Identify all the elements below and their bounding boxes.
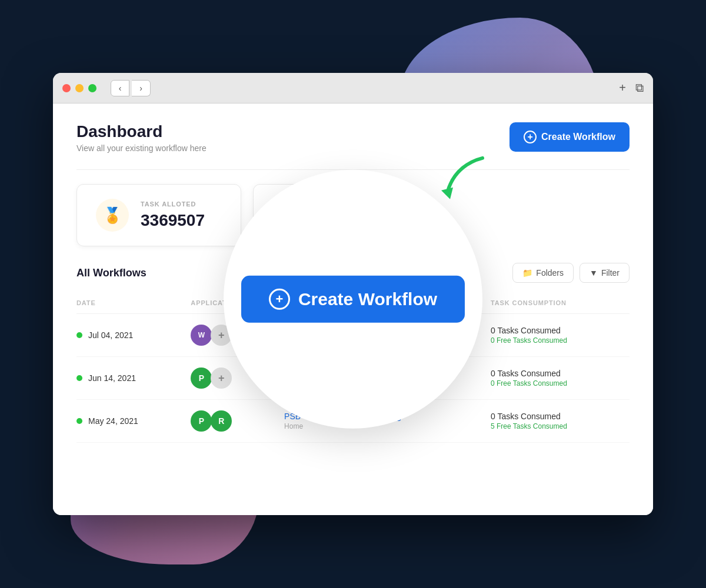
workflows-actions: 📁 Folders ▼ Filter [512,263,630,283]
p-icon: P [191,410,212,432]
create-workflow-overlay-label: Create Workflow [298,289,437,309]
filter-icon: ▼ [590,268,598,278]
workflows-title: All Workflows [76,267,146,279]
task-alloted-icon: 🏅 [96,199,129,232]
row2-date-col: Jun 14, 2021 [76,373,184,383]
create-workflow-header-label: Create Workflow [541,132,615,142]
page-title-group: Dashboard View all your existing workflo… [76,122,207,153]
row2-free-tasks: 0 Free Tasks Consumed [491,379,622,387]
task-alloted-value: 3369507 [141,211,205,230]
p-icon: P [191,368,212,389]
row1-date-col: Jul 04, 2021 [76,330,184,340]
row2-date: Jun 14, 2021 [88,373,136,383]
minimize-button[interactable] [75,84,84,92]
nav-buttons: ‹ › [111,80,151,96]
folders-label: Folders [536,268,564,278]
create-workflow-overlay-button[interactable]: + Create Workflow [241,276,465,323]
browser-titlebar: ‹ › + ⧉ [53,73,653,103]
page-subtitle: View all your existing workflow here [76,143,207,153]
row1-free-tasks: 0 Free Tasks Consumed [491,336,622,345]
row2-tasks-consumed: 0 Tasks Consumed [491,369,622,378]
woo-icon: W [191,325,212,346]
back-button[interactable]: ‹ [111,80,129,96]
circle-overlay-container: + Create Workflow [224,170,482,429]
row3-date-cell: May 24, 2021 [76,400,191,443]
add-tab-button[interactable]: + [619,81,626,95]
page-title: Dashboard [76,122,207,141]
titlebar-actions: + ⧉ [619,81,644,95]
plus-circle-icon: + [524,131,537,143]
task-alloted-card: 🏅 TASK ALLOTED 3369507 [76,184,241,246]
col-task-consumption: TASK CONSUMPTION [491,295,630,314]
circle-overlay: + Create Workflow [224,170,482,429]
task-alloted-label: TASK ALLOTED [141,201,205,208]
filter-button[interactable]: ▼ Filter [580,263,630,283]
row3-free-tasks: 5 Free Tasks Consumed [491,422,622,430]
badge-icon: 🏅 [103,206,122,225]
forward-icon: › [139,83,142,93]
arrow-container [435,152,494,213]
folder-icon: 📁 [522,268,532,278]
green-arrow-icon [435,152,494,211]
row2-status-dot [76,375,82,381]
row1-date-cell: Jul 04, 2021 [76,314,191,357]
row3-tasks-consumed: 0 Tasks Consumed [491,412,622,421]
row1-tasks-consumed: 0 Tasks Consumed [491,326,622,335]
row2-date-cell: Jun 14, 2021 [76,357,191,400]
close-button[interactable] [62,84,71,92]
maximize-button[interactable] [88,84,96,92]
row3-date: May 24, 2021 [88,416,138,426]
svg-marker-0 [441,188,453,199]
row3-status-dot [76,418,82,424]
filter-label: Filter [601,268,620,278]
row3-tasks-cell: 0 Tasks Consumed 5 Free Tasks Consumed [491,400,630,443]
folders-button[interactable]: 📁 Folders [512,263,574,283]
row1-tasks-cell: 0 Tasks Consumed 0 Free Tasks Consumed [491,314,630,357]
task-alloted-info: TASK ALLOTED 3369507 [141,201,205,230]
traffic-lights [62,84,96,92]
duplicate-tab-button[interactable]: ⧉ [635,81,644,95]
create-workflow-header-button[interactable]: + Create Workflow [509,122,630,152]
row1-status-dot [76,332,82,338]
forward-button[interactable]: › [132,80,151,96]
row3-date-col: May 24, 2021 [76,416,184,426]
col-date: DATE [76,295,191,314]
page-header: Dashboard View all your existing workflo… [76,122,630,153]
row1-date: Jul 04, 2021 [88,330,133,340]
row2-tasks-cell: 0 Tasks Consumed 0 Free Tasks Consumed [491,357,630,400]
back-icon: ‹ [119,83,122,93]
big-plus-circle-icon: + [269,289,290,310]
